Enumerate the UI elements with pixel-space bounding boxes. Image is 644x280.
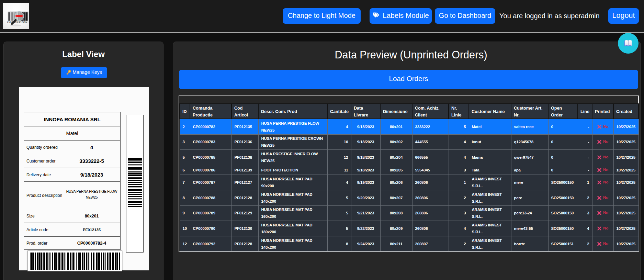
svg-text:9 325678 547863: 9 325678 547863 [7,21,27,23]
